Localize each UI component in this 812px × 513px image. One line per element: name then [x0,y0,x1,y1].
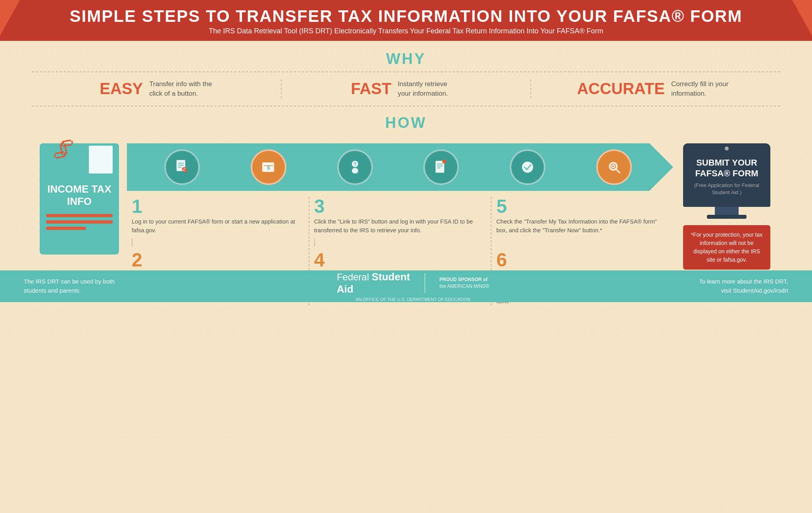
step-number-5: 5 [496,197,668,216]
svg-text:$: $ [267,164,270,171]
step-number-2: 2 [132,251,304,270]
card-line-1 [46,214,113,217]
why-keyword-easy: EASY [100,80,143,98]
step-text-1: Log in to your current FAFSA® form or st… [132,218,304,235]
footer-right: To learn more about the IRS DRT, visit S… [699,277,788,295]
svg-line-18 [616,169,620,173]
why-section: WHY EASY Transfer info with the click of… [0,41,812,110]
header-ribbon-left [0,0,20,36]
header-title: SIMPLE STEPS TO TRANSFER TAX INFORMATION… [16,7,796,25]
card-white-corner [89,146,113,174]
footer-divider [424,273,425,293]
why-keyword-fast: FAST [351,80,391,98]
monitor-base [707,215,747,219]
svg-point-20 [612,166,614,167]
svg-rect-9 [352,168,358,174]
big-arrow: $ ? [127,143,673,191]
step-circle-6 [596,149,632,185]
monitor-screen: SUBMIT YOUR FAFSA® FORM (Free Applicatio… [683,143,770,207]
footer-left-text: The IRS DRT can be used by both students… [24,277,127,295]
why-desc-accurate: Correctly fill in your information. [671,79,735,98]
fsa-subtitle: AN OFFICE OF THE U.S. DEPARTMENT OF EDUC… [355,297,470,302]
protection-note: *For your protection, your tax informati… [683,225,770,270]
footer-center: Federal StudentAid PROUD SPONSOR of the … [337,271,489,302]
step-number-4: 4 [314,251,486,270]
card-line-2 [46,220,113,224]
paperclip-icon: 🖇 [49,133,77,164]
why-grid: EASY Transfer info with the click of a b… [32,71,780,106]
monitor-title: SUBMIT YOUR FAFSA® FORM [689,158,764,179]
income-tax-card: 🖇 INCOME TAX INFO [40,143,119,255]
why-label: WHY [32,50,780,68]
step-circle-1 [164,149,200,185]
header-banner: SIMPLE STEPS TO TRANSFER TAX INFORMATION… [0,0,812,41]
monitor-dot [725,147,729,150]
step-circle-5 [510,149,545,185]
header-subtitle: The IRS Data Retrieval Tool (IRS DRT) El… [16,27,796,35]
step-text-5: Check the "Transfer My Tax Information i… [496,218,668,235]
footer: The IRS DRT can be used by both students… [0,270,812,302]
why-item-accurate: ACCURATE Correctly fill in your informat… [531,79,780,98]
why-keyword-accurate: ACCURATE [577,80,664,98]
step-circle-3: ? [337,149,373,185]
step-circle-2: $ [251,149,286,185]
card-line-3 [46,227,86,230]
header-ribbon-right [792,0,812,36]
step-number-6: 6 [496,251,668,270]
step-text-3: Click the "Link to IRS" button and log i… [314,218,486,235]
why-item-fast: FAST Instantly retrieve your information… [282,79,532,98]
step-circle-4 [423,149,459,185]
footer-sponsor: PROUD SPONSOR of the AMERICAN MIND® [440,276,490,290]
why-desc-easy: Transfer info with the click of a button… [149,79,213,98]
why-desc-fast: Instantly retrieve your information. [398,79,461,98]
how-label: HOW [24,114,788,131]
why-item-easy: EASY Transfer info with the click of a b… [32,79,282,98]
card-lines [46,214,113,233]
monitor-subtitle: (Free Application for Federal Student Ai… [689,182,764,196]
svg-text:?: ? [353,161,357,168]
monitor-stand [715,207,739,215]
svg-point-16 [522,162,533,173]
monitor-section: SUBMIT YOUR FAFSA® FORM (Free Applicatio… [681,143,772,270]
svg-point-15 [442,160,446,164]
fsa-logo: Federal StudentAid [337,271,410,295]
income-card-title: INCOME TAX INFO [46,183,113,208]
step-number-3: 3 [314,197,486,216]
step-number-1: 1 [132,197,304,216]
